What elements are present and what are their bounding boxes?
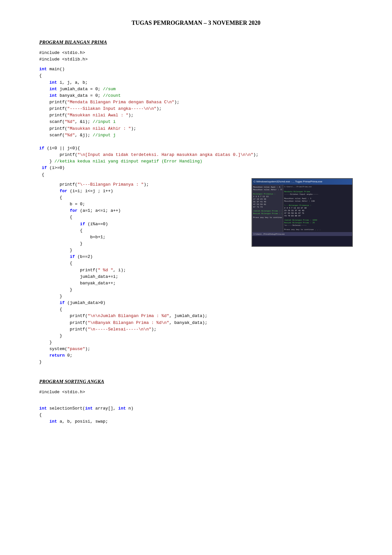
section2: PROGRAM SORTING ANGKA #include <stdio.h>… [39,379,353,425]
code-with-screenshot: C:\Windows\system32\cmd.exe - ... Tugas … [39,181,353,369]
code-main: int main() { int i, j, a, b; int jumlah_… [39,66,353,178]
page-title: TUGAS PEMROGRAMAN – 3 NOVEMBER 2020 [39,20,353,26]
section1-title: PROGRAM BILANGAN PRIMA [39,40,353,45]
screenshot-container: C:\Windows\system32\cmd.exe - ... Tugas … [252,178,353,247]
section2-title: PROGRAM SORTING ANGKA [39,379,353,384]
code-includes1: #include <stdio.h> #include <stdlib.h> [39,50,353,63]
code-selection-sort: int selectionSort(int array[], int n) { … [39,399,353,425]
code-includes2: #include <stdio.h> [39,389,353,395]
section1: PROGRAM BILANGAN PRIMA #include <stdio.h… [39,40,353,369]
